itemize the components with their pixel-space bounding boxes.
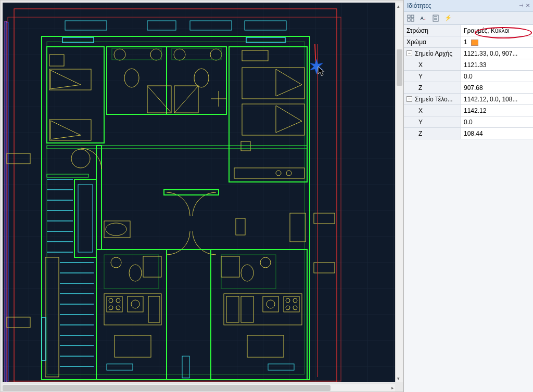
svg-rect-37 [234, 168, 304, 178]
prop-color-label: Χρώμα [404, 36, 461, 48]
floorplan-svg [3, 3, 395, 382]
svg-rect-62 [221, 256, 239, 277]
prop-end-label-text: Σημείο Τέλο... [415, 95, 453, 104]
svg-rect-53 [211, 250, 307, 380]
svg-rect-8 [147, 21, 176, 30]
svg-rect-10 [245, 21, 286, 30]
svg-point-79 [266, 300, 275, 308]
svg-point-75 [293, 298, 297, 303]
svg-rect-40 [47, 146, 307, 149]
svg-rect-6 [47, 47, 104, 143]
prop-end-z-value[interactable]: 108.44 [461, 128, 533, 139]
prop-start-value[interactable]: 1121.33, 0.0, 907... [461, 48, 533, 59]
svg-rect-15 [49, 55, 64, 66]
scroll-right-icon[interactable]: ▸ [391, 385, 394, 390]
prop-layer-value[interactable]: Γραμμές, Κύκλοι [461, 25, 533, 36]
events-button[interactable]: ⚡ [443, 14, 453, 23]
svg-rect-22 [112, 48, 161, 60]
svg-rect-116 [408, 19, 410, 21]
svg-line-27 [147, 86, 171, 113]
drawing-viewport[interactable] [3, 3, 395, 382]
svg-point-57 [129, 265, 142, 281]
svg-rect-83 [247, 335, 284, 357]
svg-rect-114 [408, 15, 410, 18]
app-root: ▴ ▾ ▸ Ιδιότητες ⊣ ✕ A↓ ⚡ [0, 0, 533, 392]
prop-end-z-label: Z [404, 128, 461, 139]
drawing-area: ▴ ▾ ▸ [0, 0, 403, 392]
prop-end-y-label: Y [404, 116, 461, 128]
prop-start-y-value[interactable]: 0.0 [461, 71, 533, 82]
svg-rect-32 [229, 47, 307, 182]
svg-rect-63 [104, 294, 161, 325]
svg-rect-48 [290, 213, 306, 242]
color-swatch-icon [471, 40, 478, 46]
properties-title-label: Ιδιότητες [407, 0, 431, 11]
svg-point-46 [106, 223, 126, 236]
svg-rect-4 [42, 36, 310, 380]
collapse-icon[interactable]: − [407, 96, 412, 102]
svg-rect-109 [7, 153, 30, 164]
horizontal-scroll-thumb[interactable] [3, 385, 331, 391]
svg-rect-73 [284, 296, 299, 312]
properties-titlebar[interactable]: Ιδιότητες ⊣ ✕ [404, 0, 533, 11]
prop-start-z-label: Z [404, 82, 461, 94]
svg-point-24 [124, 69, 139, 87]
svg-rect-81 [241, 296, 253, 322]
vertical-scrollbar[interactable]: ▴ ▾ [395, 3, 403, 382]
prop-end-y-value[interactable]: 0.0 [461, 116, 533, 128]
properties-panel: Ιδιότητες ⊣ ✕ A↓ ⚡ Στρώση Γραμμές, Κύκλο… [403, 0, 533, 392]
prop-color-value[interactable]: 1 [461, 36, 533, 48]
svg-rect-36 [241, 141, 250, 151]
collapse-icon[interactable]: − [407, 50, 412, 56]
property-pages-button[interactable] [431, 14, 440, 23]
svg-point-65 [109, 298, 113, 303]
prop-start-x-value[interactable]: 1121.33 [461, 59, 533, 71]
svg-point-67 [109, 306, 113, 310]
svg-rect-5 [47, 42, 304, 374]
svg-rect-64 [107, 296, 122, 312]
svg-point-70 [131, 300, 139, 308]
categorized-button[interactable] [406, 14, 415, 23]
alphabetical-button[interactable]: A↓ [418, 14, 428, 23]
svg-rect-35 [242, 104, 304, 135]
scroll-up-icon[interactable]: ▴ [397, 4, 400, 9]
svg-rect-84 [107, 364, 133, 370]
svg-line-29 [174, 86, 198, 113]
svg-rect-69 [128, 296, 143, 312]
prop-end-x-value[interactable]: 1142.12 [461, 105, 533, 116]
prop-end-x-label: X [404, 105, 461, 116]
prop-end-value[interactable]: 1142.12, 0.0, 108... [461, 94, 533, 105]
properties-toolbar: A↓ ⚡ [404, 11, 533, 25]
svg-rect-47 [236, 218, 245, 235]
prop-start-z-value[interactable]: 907.68 [461, 82, 533, 94]
svg-point-38 [276, 171, 281, 176]
svg-point-74 [286, 298, 290, 303]
svg-rect-71 [148, 296, 160, 322]
prop-end-label[interactable]: − Σημείο Τέλο... [404, 94, 461, 105]
svg-rect-1 [8, 17, 341, 381]
svg-rect-41 [96, 146, 101, 250]
svg-rect-23 [172, 48, 221, 60]
pin-icon[interactable]: ⊣ [519, 0, 524, 11]
svg-point-39 [286, 171, 291, 176]
svg-point-18 [114, 49, 125, 60]
svg-rect-117 [411, 19, 414, 21]
svg-point-56 [111, 257, 121, 268]
svg-rect-80 [226, 296, 239, 322]
svg-point-43 [71, 149, 90, 168]
svg-point-66 [116, 298, 120, 303]
scroll-down-icon[interactable]: ▾ [397, 376, 400, 381]
prop-start-label[interactable]: − Σημείο Αρχής [404, 48, 461, 59]
vertical-scroll-thumb[interactable] [397, 49, 402, 86]
prop-start-label-text: Σημείο Αρχής [415, 49, 452, 58]
svg-rect-52 [96, 250, 211, 380]
svg-rect-106 [45, 257, 59, 377]
properties-grid: Στρώση Γραμμές, Κύκλοι Χρώμα 1 − Σημείο … [404, 25, 533, 139]
svg-rect-49 [314, 213, 335, 224]
horizontal-scrollbar[interactable]: ▸ [3, 384, 395, 391]
svg-point-25 [194, 69, 209, 87]
prop-color-value-text: 1 [464, 38, 467, 46]
svg-rect-82 [115, 335, 151, 357]
svg-point-61 [241, 265, 253, 281]
close-icon[interactable]: ✕ [526, 0, 530, 11]
